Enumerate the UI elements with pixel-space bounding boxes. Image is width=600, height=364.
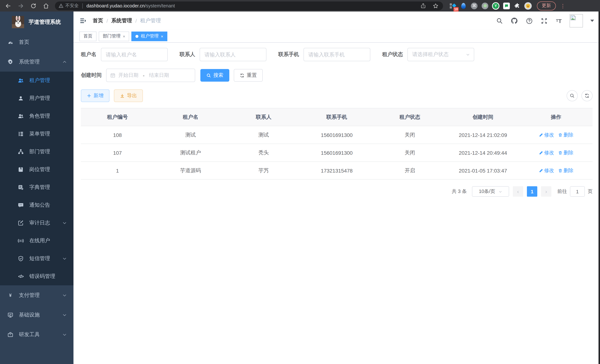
breadcrumb-system[interactable]: 系统管理 bbox=[111, 18, 132, 24]
browser-reload-icon[interactable] bbox=[28, 0, 38, 11]
active-tab-dot bbox=[136, 35, 139, 38]
filter-label: 联系手机 bbox=[278, 51, 299, 58]
search-button[interactable]: 搜索 bbox=[200, 69, 229, 82]
sidebar-item-sms[interactable]: 短信管理 bbox=[0, 250, 74, 268]
delete-link[interactable]: 删除 bbox=[558, 149, 573, 156]
delete-link[interactable]: 删除 bbox=[558, 167, 573, 174]
header-search-icon[interactable] bbox=[495, 17, 504, 25]
github-icon[interactable] bbox=[510, 17, 518, 25]
extension-command-icon[interactable]: ⌘ bbox=[470, 2, 478, 9]
extension-avatar-emoji[interactable] bbox=[524, 2, 532, 9]
goto-page-input[interactable] bbox=[570, 186, 585, 197]
browser-back-icon[interactable] bbox=[3, 0, 13, 11]
filter-label: 联系人 bbox=[180, 51, 195, 58]
avatar-dropdown-caret[interactable] bbox=[590, 20, 594, 22]
url-text[interactable]: dashboard.yudao.iocoder.cn/system/tenant bbox=[86, 3, 175, 8]
created-date-range-picker[interactable]: 开始日期 - 结束日期 bbox=[106, 69, 195, 82]
extension-record-icon[interactable] bbox=[481, 2, 489, 9]
tab-home[interactable]: 首页 bbox=[79, 31, 96, 41]
contact-input[interactable] bbox=[200, 48, 266, 61]
infra-monitor-icon bbox=[7, 312, 13, 318]
gear-icon bbox=[7, 59, 13, 65]
sidebar-item-online-users[interactable]: 在线用户 bbox=[0, 232, 74, 250]
breadcrumb-separator: / bbox=[135, 18, 137, 24]
sidebar-item-error-code[interactable]: </> 错误码管理 bbox=[0, 268, 74, 285]
breadcrumb-home[interactable]: 首页 bbox=[93, 18, 103, 24]
sidebar-item-label: 租户管理 bbox=[29, 77, 50, 84]
extension-puzzle-icon[interactable] bbox=[514, 2, 521, 9]
window-scrollbar[interactable] bbox=[599, 11, 600, 364]
sidebar-item-system[interactable]: 系统管理 bbox=[0, 52, 74, 72]
sidebar-item-infra[interactable]: 基础设施 bbox=[0, 305, 74, 325]
help-icon[interactable] bbox=[525, 17, 533, 25]
bookmark-star-icon[interactable] bbox=[432, 0, 439, 11]
share-icon[interactable] bbox=[419, 0, 427, 11]
sidebar-collapse-icon[interactable] bbox=[79, 17, 87, 25]
tab-close-icon[interactable]: × bbox=[123, 34, 125, 38]
browser-menu-icon[interactable]: ⋮ bbox=[560, 3, 565, 9]
table-header-row: 租户编号 租户名 联系人 联系手机 租户状态 创建时间 操作 bbox=[81, 108, 593, 126]
edit-link[interactable]: 修改 bbox=[539, 167, 554, 174]
browser-forward-icon[interactable] bbox=[16, 0, 26, 11]
sidebar-item-dept[interactable]: 部门管理 bbox=[0, 143, 74, 161]
sidebar-item-pay[interactable]: ¥ 支付管理 bbox=[0, 285, 74, 305]
url-bar[interactable]: 不安全 dashboard.yudao.iocoder.cn/system/te… bbox=[55, 1, 443, 10]
search-button-label: 搜索 bbox=[213, 72, 223, 79]
add-button[interactable]: 新增 bbox=[81, 89, 110, 102]
tenant-name-input[interactable] bbox=[101, 48, 168, 61]
extension-y-icon[interactable]: Y bbox=[492, 2, 499, 9]
tab-tenant-active[interactable]: 租户管理 × bbox=[131, 31, 167, 41]
edit-link-label: 修改 bbox=[544, 131, 554, 138]
sidebar-item-post[interactable]: 岗位管理 bbox=[0, 161, 74, 178]
fullscreen-icon[interactable] bbox=[540, 17, 548, 25]
sidebar-item-audit-log[interactable]: 审计日志 bbox=[0, 214, 74, 232]
sidebar-item-user[interactable]: 用户管理 bbox=[0, 89, 74, 107]
sidebar-item-devtools[interactable]: 研发工具 bbox=[0, 325, 74, 344]
page-size-select[interactable]: 10条/页 bbox=[472, 186, 509, 197]
mobile-input[interactable] bbox=[303, 48, 370, 61]
font-size-icon[interactable]: TT bbox=[555, 17, 563, 25]
sidebar-item-role[interactable]: 角色管理 bbox=[0, 107, 74, 125]
extension-grid-icon[interactable]: 10 bbox=[449, 2, 456, 9]
sidebar-item-label: 角色管理 bbox=[29, 113, 50, 120]
browser-update-button[interactable]: 更新 bbox=[537, 1, 556, 10]
sidebar-item-dict[interactable]: 字典管理 bbox=[0, 178, 74, 196]
next-page-button[interactable]: › bbox=[541, 186, 551, 197]
cell-actions: 修改 删除 bbox=[519, 162, 593, 179]
security-warning[interactable]: 不安全 bbox=[59, 3, 79, 9]
edit-link[interactable]: 修改 bbox=[539, 149, 554, 156]
status-select[interactable]: 请选择租户状态 bbox=[407, 48, 474, 61]
sidebar-item-tenant[interactable]: 租户管理 bbox=[0, 72, 74, 89]
delete-link[interactable]: 删除 bbox=[558, 131, 573, 138]
tab-close-icon[interactable]: × bbox=[161, 34, 163, 38]
sidebar-item-notice[interactable]: 通知公告 bbox=[0, 196, 74, 214]
date-end-placeholder: 结束日期 bbox=[149, 72, 169, 79]
extension-balloon-icon[interactable] bbox=[460, 2, 467, 9]
sidebar-item-home[interactable]: 首页 bbox=[0, 32, 74, 52]
col-contact: 联系人 bbox=[227, 108, 300, 126]
url-host: dashboard.yudao.iocoder.cn bbox=[86, 3, 145, 8]
logo-rabbit-avatar bbox=[12, 16, 24, 28]
edit-link[interactable]: 修改 bbox=[539, 131, 554, 138]
org-tree-icon bbox=[18, 149, 24, 155]
reset-button[interactable]: 重置 bbox=[234, 69, 263, 82]
prev-page-button[interactable]: ‹ bbox=[513, 186, 523, 197]
refresh-table-button[interactable] bbox=[581, 90, 593, 101]
current-page-button[interactable]: 1 bbox=[527, 186, 537, 197]
add-button-label: 新增 bbox=[94, 92, 103, 99]
navbar-actions: TT bbox=[495, 14, 594, 28]
page-unit-label: 页 bbox=[588, 188, 593, 195]
sidebar: 芋道管理系统 首页 系统管理 bbox=[0, 11, 74, 364]
filter-label: 租户状态 bbox=[382, 51, 403, 58]
sidebar-item-menu[interactable]: 菜单管理 bbox=[0, 125, 74, 143]
post-badge-icon bbox=[18, 167, 24, 173]
sidebar-logo[interactable]: 芋道管理系统 bbox=[0, 11, 74, 32]
browser-home-icon[interactable] bbox=[41, 0, 51, 11]
tab-dept[interactable]: 部门管理 × bbox=[99, 31, 129, 41]
user-avatar-broken[interactable] bbox=[570, 14, 583, 28]
col-created: 创建时间 bbox=[446, 108, 519, 126]
extension-chat-icon[interactable] bbox=[503, 2, 510, 9]
export-button[interactable]: 导出 bbox=[114, 89, 143, 102]
toggle-search-button[interactable] bbox=[567, 90, 578, 101]
trash-icon bbox=[558, 168, 562, 173]
